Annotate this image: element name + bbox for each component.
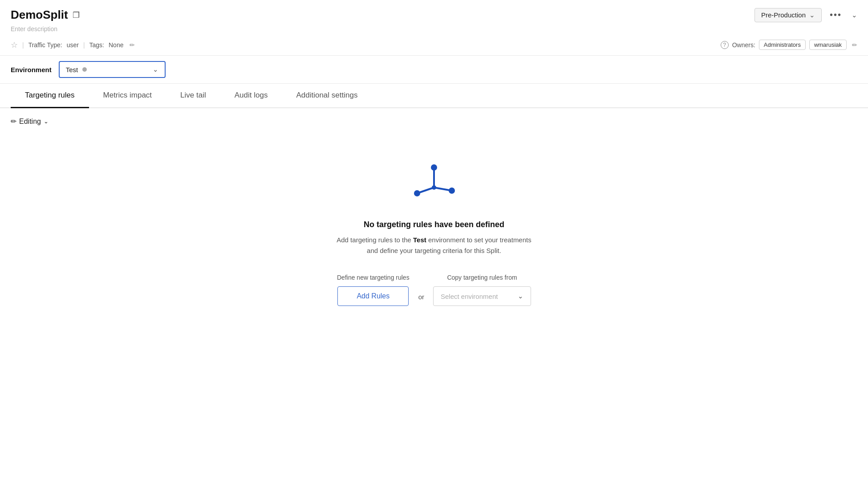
chevron-down-icon: ⌄ [153, 65, 158, 73]
header: DemoSplit ❐ Pre-Production ⌄ ••• ⌄ Enter… [0, 0, 868, 56]
empty-desc-part1: Add targeting rules to the [337, 236, 413, 244]
svg-point-5 [449, 188, 455, 194]
split-icon [407, 163, 461, 209]
chevron-down-icon: ⌄ [809, 11, 815, 19]
empty-state: No targeting rules have been defined Add… [11, 136, 857, 324]
editing-label: Editing [19, 118, 41, 126]
tab-additional-settings[interactable]: Additional settings [282, 84, 372, 108]
environment-label: Environment [11, 66, 52, 73]
owner-wmarusiak[interactable]: wmarusiak [809, 40, 847, 50]
actions-row: Define new targeting rules Add Rules or … [337, 274, 531, 306]
empty-desc-env: Test [413, 236, 426, 244]
expand-icon[interactable]: ⌄ [852, 11, 857, 19]
tab-metrics-impact[interactable]: Metrics impact [89, 84, 166, 108]
more-options-button[interactable]: ••• [825, 7, 846, 23]
svg-point-3 [414, 190, 420, 196]
environment-selected-value: Test [66, 66, 78, 73]
env-status-dot [82, 67, 87, 72]
app-title: DemoSplit [11, 8, 68, 22]
empty-desc-part2: environment to set your treatments [426, 236, 531, 244]
meta-row: ☆ | Traffic Type: user | Tags: None ✏ ? … [11, 36, 857, 55]
tags-value: None [109, 41, 123, 49]
svg-point-1 [431, 164, 437, 171]
copy-icon[interactable]: ❐ [73, 10, 80, 20]
add-rules-button[interactable]: Add Rules [337, 286, 409, 306]
select-env-placeholder: Select environment [441, 293, 498, 300]
empty-state-title: No targeting rules have been defined [364, 220, 504, 229]
define-rules-group: Define new targeting rules Add Rules [337, 274, 410, 306]
description-placeholder: Enter description [11, 25, 57, 33]
editing-button[interactable]: ✏ Editing ⌄ [11, 117, 49, 126]
copy-rules-group: Copy targeting rules from Select environ… [433, 274, 531, 306]
empty-desc-part3: and define your targeting criteria for t… [367, 247, 501, 254]
pencil-icon: ✏ [11, 117, 16, 126]
svg-point-6 [432, 185, 436, 190]
editing-bar: ✏ Editing ⌄ [11, 117, 857, 126]
owners-label: Owners: [732, 41, 755, 49]
owners-edit-icon[interactable]: ✏ [852, 41, 857, 49]
env-dropdown-label: Pre-Production [761, 11, 806, 19]
tab-live-tail[interactable]: Live tail [166, 84, 220, 108]
traffic-type-label: Traffic Type: [28, 41, 62, 49]
star-icon[interactable]: ☆ [11, 40, 18, 50]
owner-administrators[interactable]: Administrators [759, 40, 806, 50]
meta-left: ☆ | Traffic Type: user | Tags: None ✏ [11, 40, 135, 50]
tab-audit-logs[interactable]: Audit logs [220, 84, 282, 108]
env-dropdown[interactable]: Pre-Production ⌄ [754, 8, 822, 22]
tab-targeting-rules[interactable]: Targeting rules [11, 84, 89, 108]
content-area: ✏ Editing ⌄ N [0, 108, 868, 333]
define-label: Define new targeting rules [337, 274, 410, 281]
chevron-down-icon: ⌄ [518, 292, 523, 300]
chevron-down-icon: ⌄ [44, 118, 49, 125]
tags-label: Tags: [89, 41, 104, 49]
environment-selector[interactable]: Test ⌄ [59, 61, 166, 78]
empty-state-description: Add targeting rules to the Test environm… [337, 235, 531, 256]
description-row[interactable]: Enter description [11, 24, 857, 36]
or-text: or [418, 293, 424, 301]
environment-row: Environment Test ⌄ [0, 56, 868, 84]
copy-label: Copy targeting rules from [447, 274, 517, 281]
tabs-bar: Targeting rules Metrics impact Live tail… [0, 84, 868, 108]
tags-edit-icon[interactable]: ✏ [130, 41, 135, 49]
header-top: DemoSplit ❐ Pre-Production ⌄ ••• ⌄ [11, 7, 857, 23]
meta-right: ? Owners: Administrators wmarusiak ✏ [721, 40, 857, 50]
select-environment-dropdown[interactable]: Select environment ⌄ [433, 286, 531, 306]
help-icon[interactable]: ? [721, 41, 729, 49]
env-selector-area: Pre-Production ⌄ ••• ⌄ [754, 7, 857, 23]
title-area: DemoSplit ❐ [11, 8, 80, 22]
traffic-type-value: user [67, 41, 79, 49]
